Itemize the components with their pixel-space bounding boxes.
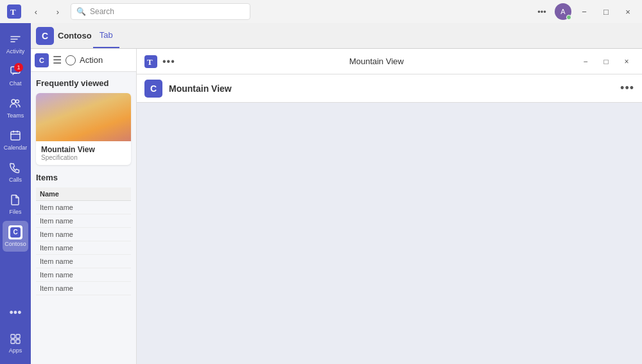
- sidebar-item-apps[interactable]: Apps: [3, 328, 28, 359]
- title-bar-left: T ‹ › 🔍 Search: [5, 3, 529, 21]
- svg-text:T: T: [147, 57, 153, 67]
- modal-close-button[interactable]: ×: [619, 54, 634, 69]
- items-section: Items Name Item nameItem nameItem nameIt…: [36, 173, 131, 295]
- modal-logo: C: [144, 80, 162, 98]
- back-button[interactable]: ‹: [27, 3, 45, 21]
- item-name-cell: Item name: [36, 228, 131, 241]
- sidebar-item-calendar[interactable]: Calendar: [3, 125, 28, 155]
- tab-item-tab[interactable]: Tab: [93, 24, 119, 48]
- left-panel: C ☰ Action Frequently viewed: [31, 49, 137, 364]
- apps-icon: [10, 334, 21, 346]
- teams-icon: [10, 98, 21, 111]
- svg-rect-6: [11, 334, 15, 338]
- svg-text:T: T: [10, 7, 16, 17]
- table-row[interactable]: Item name: [36, 201, 131, 214]
- close-button[interactable]: ×: [619, 3, 637, 21]
- chat-icon-wrapper: 1: [10, 65, 21, 79]
- calendar-icon: [10, 130, 21, 143]
- items-title: Items: [36, 173, 131, 182]
- frequently-viewed-title: Frequently viewed: [36, 78, 131, 88]
- sidebar-item-activity[interactable]: Activity: [3, 28, 28, 59]
- modal-teams-icon: T: [144, 55, 157, 68]
- modal-window: T ••• Mountain View − □ × C Mountain Vie…: [137, 49, 642, 364]
- modal-titlebar: T ••• Mountain View − □ ×: [137, 49, 642, 74]
- more-icon: •••: [10, 307, 22, 318]
- circle-icon: [65, 55, 76, 65]
- forward-button[interactable]: ›: [49, 3, 67, 21]
- tab-bar: C Contoso Tab: [31, 23, 642, 49]
- avatar[interactable]: A: [555, 3, 571, 20]
- modal-minimize-button[interactable]: −: [578, 54, 593, 69]
- item-name-cell: Item name: [36, 214, 131, 228]
- inner-panel: C ☰ Action Frequently viewed: [31, 49, 642, 364]
- table-row[interactable]: Item name: [36, 282, 131, 295]
- presence-dot: [566, 15, 571, 20]
- table-row[interactable]: Item name: [36, 255, 131, 268]
- chat-badge: 1: [14, 63, 23, 72]
- search-bar[interactable]: 🔍 Search: [71, 3, 250, 20]
- sidebar-item-calls[interactable]: Calls: [3, 157, 28, 187]
- teams-logo: T: [5, 3, 23, 21]
- hamburger-menu[interactable]: ☰: [53, 55, 62, 65]
- left-content: Frequently viewed Mountain View Specific…: [31, 72, 136, 302]
- sidebar-item-contoso[interactable]: C Contoso: [3, 221, 28, 252]
- minimize-button[interactable]: −: [575, 3, 593, 21]
- files-label: Files: [9, 209, 21, 215]
- modal-body: [137, 103, 642, 364]
- column-name: Name: [36, 187, 131, 201]
- svg-rect-5: [11, 132, 20, 140]
- items-table: Name Item nameItem nameItem nameItem nam…: [36, 187, 131, 295]
- svg-point-3: [12, 100, 15, 103]
- sidebar-item-chat[interactable]: 1 Chat: [3, 60, 28, 91]
- left-subtab: C ☰ Action: [31, 49, 136, 72]
- card-subtitle: Specification: [41, 154, 126, 161]
- title-bar: T ‹ › 🔍 Search ••• A − □ ×: [0, 0, 642, 23]
- title-bar-right: ••• A − □ ×: [533, 3, 637, 21]
- svg-rect-7: [16, 334, 20, 338]
- right-panel: T ••• Mountain View − □ × C Mountain Vie…: [137, 49, 642, 364]
- modal-content-bar: C Mountain View •••: [137, 74, 642, 103]
- contoso-icon: C: [8, 225, 22, 239]
- table-row[interactable]: Item name: [36, 228, 131, 241]
- calendar-label: Calendar: [4, 144, 28, 151]
- item-name-cell: Item name: [36, 201, 131, 214]
- calls-icon: [10, 162, 21, 175]
- maximize-button[interactable]: □: [597, 3, 615, 21]
- table-row[interactable]: Item name: [36, 268, 131, 282]
- teams-label: Teams: [7, 112, 24, 119]
- search-icon: 🔍: [76, 7, 86, 16]
- table-row[interactable]: Item name: [36, 241, 131, 255]
- app-name: Contoso: [58, 31, 92, 40]
- sidebar-item-files[interactable]: Files: [3, 189, 28, 220]
- item-name-cell: Item name: [36, 268, 131, 282]
- modal-dots-button[interactable]: •••: [162, 56, 175, 67]
- svg-point-4: [16, 100, 19, 103]
- content-area: C Contoso Tab C ☰ Action: [31, 23, 642, 364]
- table-row[interactable]: Item name: [36, 214, 131, 228]
- item-name-cell: Item name: [36, 255, 131, 268]
- search-placeholder: Search: [90, 7, 114, 16]
- sidebar: Activity 1 Chat Teams: [0, 23, 31, 364]
- main-layout: Activity 1 Chat Teams: [0, 23, 642, 364]
- modal-more-button[interactable]: •••: [620, 82, 634, 95]
- app-logo: C: [36, 27, 54, 45]
- modal-restore-button[interactable]: □: [598, 54, 614, 69]
- mountain-view-card[interactable]: Mountain View Specification: [36, 93, 131, 165]
- more-options-button[interactable]: •••: [533, 3, 551, 21]
- sidebar-more-button[interactable]: •••: [3, 297, 28, 328]
- action-label: Action: [80, 55, 103, 65]
- left-tab-logo: C: [35, 53, 49, 67]
- sidebar-item-teams[interactable]: Teams: [3, 92, 28, 123]
- apps-label: Apps: [9, 347, 22, 354]
- modal-content-title: Mountain View: [169, 83, 614, 94]
- item-name-cell: Item name: [36, 241, 131, 255]
- svg-rect-9: [16, 340, 20, 343]
- files-icon: [10, 194, 21, 207]
- activity-icon: [10, 33, 21, 47]
- chat-label: Chat: [9, 80, 21, 87]
- card-image: [36, 93, 131, 141]
- item-name-cell: Item name: [36, 282, 131, 295]
- activity-label: Activity: [6, 48, 25, 55]
- calls-label: Calls: [9, 177, 22, 183]
- modal-title: Mountain View: [180, 56, 573, 66]
